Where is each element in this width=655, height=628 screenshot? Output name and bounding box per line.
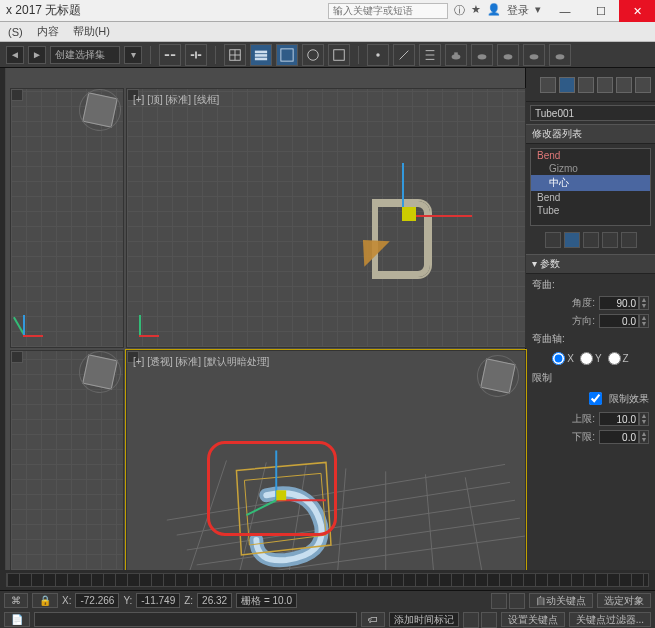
undo-button[interactable]: ◄: [6, 46, 24, 64]
teapot1-icon[interactable]: [445, 44, 467, 66]
render-setup-button[interactable]: [328, 44, 350, 66]
user-icon[interactable]: 👤: [487, 3, 501, 18]
star-icon[interactable]: ★: [471, 3, 481, 18]
svg-point-12: [530, 54, 539, 59]
svg-point-10: [478, 54, 487, 59]
svg-rect-3: [255, 57, 267, 60]
close-button[interactable]: ✕: [619, 0, 655, 22]
menu-item[interactable]: 帮助(H): [73, 24, 110, 39]
teapot2-icon[interactable]: [471, 44, 493, 66]
help-search-input[interactable]: [328, 3, 448, 19]
login-link[interactable]: 登录: [507, 3, 529, 18]
unlink-button[interactable]: [185, 44, 207, 66]
svg-point-11: [504, 54, 513, 59]
dropdown-icon[interactable]: ▾: [124, 46, 142, 64]
material-button[interactable]: [302, 44, 324, 66]
svg-point-7: [376, 53, 380, 57]
menu-item[interactable]: (S): [8, 26, 23, 38]
help-icon[interactable]: ▾: [535, 3, 541, 18]
help-search[interactable]: [328, 3, 448, 19]
menu-bar: (S) 内容 帮助(H): [0, 22, 655, 42]
svg-rect-9: [454, 52, 458, 55]
schematic-button[interactable]: [224, 44, 246, 66]
teapot3-icon[interactable]: [497, 44, 519, 66]
app-title: x 2017 无标题: [0, 2, 87, 19]
menu-item[interactable]: 内容: [37, 24, 59, 39]
svg-point-13: [556, 54, 565, 59]
info-icon[interactable]: ⓘ: [454, 3, 465, 18]
redo-button[interactable]: ►: [28, 46, 46, 64]
minimize-button[interactable]: —: [547, 0, 583, 22]
snap-button[interactable]: [367, 44, 389, 66]
teapot5-icon[interactable]: [549, 44, 571, 66]
layer-button[interactable]: [250, 44, 272, 66]
teapot4-icon[interactable]: [523, 44, 545, 66]
curve-editor-button[interactable]: [276, 44, 298, 66]
title-utilities: ⓘ ★ 👤 登录 ▾: [448, 3, 547, 18]
svg-rect-2: [255, 54, 267, 57]
main-toolbar: ◄ ► 创建选择集 ▾: [0, 42, 655, 68]
title-bar: x 2017 无标题 ⓘ ★ 👤 登录 ▾ — ☐ ✕: [0, 0, 655, 22]
svg-rect-4: [281, 48, 293, 60]
svg-rect-1: [255, 50, 267, 53]
link-button[interactable]: [159, 44, 181, 66]
selection-set-field[interactable]: 创建选择集: [50, 46, 120, 64]
maximize-button[interactable]: ☐: [583, 0, 619, 22]
align-button[interactable]: [419, 44, 441, 66]
svg-rect-6: [334, 49, 345, 60]
angle-snap-button[interactable]: [393, 44, 415, 66]
svg-point-5: [308, 49, 319, 60]
